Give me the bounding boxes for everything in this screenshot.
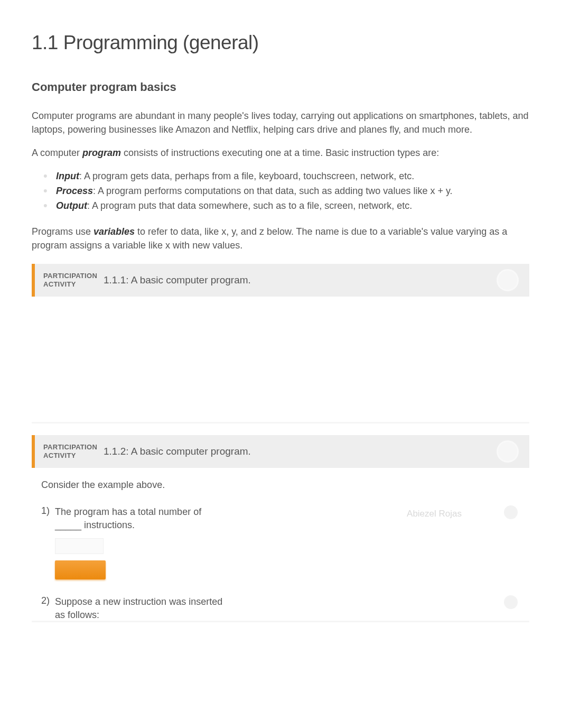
intro-paragraph-3: Programs use variables to refer to data,… bbox=[32, 225, 529, 252]
question-status-icon bbox=[504, 595, 518, 609]
activity-header: PARTICIPATION ACTIVITY 1.1.1: A basic co… bbox=[32, 264, 529, 297]
question-2: 2) Suppose a new instruction was inserte… bbox=[41, 595, 520, 622]
intro-paragraph-2: A computer program consists of instructi… bbox=[32, 146, 529, 160]
completion-status-icon bbox=[497, 440, 519, 463]
activity-title: 1.1.2: A basic computer program. bbox=[104, 446, 497, 457]
quiz-intro: Consider the example above. bbox=[41, 480, 520, 491]
activity-label: PARTICIPATION ACTIVITY bbox=[35, 272, 104, 288]
participation-activity-1-1-2: PARTICIPATION ACTIVITY 1.1.2: A basic co… bbox=[32, 435, 529, 622]
section-title: 1.1 Programming (general) bbox=[32, 32, 529, 54]
term-process: Process bbox=[56, 186, 93, 196]
answer-area bbox=[55, 538, 520, 579]
instruction-types-list: Input: A program gets data, perhaps from… bbox=[32, 169, 529, 213]
subheading-basics: Computer program basics bbox=[32, 80, 529, 94]
para2-pre: A computer bbox=[32, 148, 82, 158]
question-number: 1) bbox=[41, 505, 55, 517]
para2-post: consists of instructions executing one a… bbox=[121, 148, 439, 158]
list-item: Input: A program gets data, perhaps from… bbox=[48, 169, 529, 183]
page-container: 1.1 Programming (general) Computer progr… bbox=[0, 0, 561, 622]
list-item: Output: A program puts that data somewhe… bbox=[48, 199, 529, 213]
bullet-text: : A program puts that data somewhere, su… bbox=[87, 200, 412, 211]
question-status-icon bbox=[504, 505, 518, 519]
list-item: Process: A program performs computations… bbox=[48, 184, 529, 198]
activity-body-quiz: Consider the example above. 1) The progr… bbox=[32, 468, 529, 622]
question-1: 1) The program has a total number of ___… bbox=[41, 505, 520, 532]
para3-pre: Programs use bbox=[32, 226, 94, 237]
bullet-text: : A program performs computations on tha… bbox=[93, 186, 453, 196]
completion-status-icon bbox=[497, 269, 519, 291]
participation-activity-1-1-1: PARTICIPATION ACTIVITY 1.1.1: A basic co… bbox=[32, 264, 529, 423]
question-text: The program has a total number of _____ … bbox=[55, 505, 224, 532]
intro-paragraph-1: Computer programs are abundant in many p… bbox=[32, 109, 529, 136]
check-button[interactable] bbox=[55, 560, 106, 579]
activity-title: 1.1.1: A basic computer program. bbox=[104, 274, 497, 286]
activity-body-animation[interactable] bbox=[32, 297, 529, 423]
question-number: 2) bbox=[41, 595, 55, 606]
term-output: Output bbox=[56, 200, 87, 211]
term-input: Input bbox=[56, 171, 79, 181]
term-variables: variables bbox=[94, 226, 135, 237]
question-text: Suppose a new instruction was inserted a… bbox=[55, 595, 224, 622]
bullet-text: : A program gets data, perhaps from a fi… bbox=[79, 171, 414, 181]
answer-input[interactable] bbox=[55, 538, 104, 554]
user-watermark: Abiezel Rojas bbox=[407, 509, 462, 519]
activity-header: PARTICIPATION ACTIVITY 1.1.2: A basic co… bbox=[32, 435, 529, 468]
term-program: program bbox=[82, 148, 121, 158]
activity-label: PARTICIPATION ACTIVITY bbox=[35, 443, 104, 459]
